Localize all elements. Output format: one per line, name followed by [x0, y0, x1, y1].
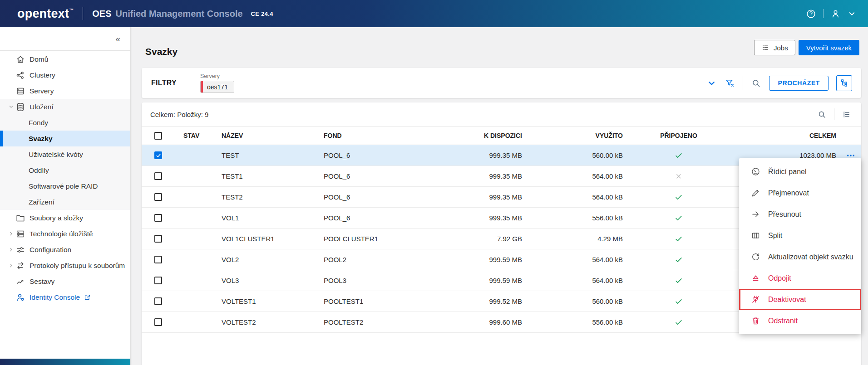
- filter-bar: FILTRY Servery oes171 PROCHÁZET: [142, 68, 861, 98]
- row-checkbox[interactable]: [154, 172, 162, 180]
- filters-label: FILTRY: [151, 79, 177, 87]
- chip-accent-bar: [201, 81, 203, 92]
- menu-item-label: Řídicí panel: [768, 168, 807, 176]
- row-checkbox[interactable]: [154, 193, 162, 201]
- menu-item-label: Odpojit: [768, 274, 791, 282]
- sidebar-item-configuration[interactable]: Configuration: [0, 242, 130, 258]
- column-header-6[interactable]: CELKEM: [731, 132, 840, 139]
- column-header-5[interactable]: PŘIPOJENO: [626, 132, 731, 139]
- column-header-0[interactable]: STAV: [178, 132, 216, 139]
- mounted-check-icon: [674, 318, 683, 327]
- used-value: 556.00 kB: [526, 318, 626, 326]
- sidebar-item-ulozeni[interactable]: Uložení: [0, 99, 130, 115]
- used-value: 4.29 MB: [526, 235, 626, 243]
- sidebar-item-oddily[interactable]: Oddíly: [0, 162, 130, 178]
- header-actions: [806, 9, 856, 19]
- mounted-cell: [626, 193, 731, 202]
- sidebar-collapse-button[interactable]: «: [115, 34, 120, 43]
- sidebar-item-domu[interactable]: Domů: [0, 51, 130, 67]
- column-header-1[interactable]: NÁZEV: [216, 132, 321, 139]
- row-checkbox-cell: [142, 151, 178, 159]
- column-settings-icon[interactable]: [842, 110, 851, 119]
- sidebar-item-servery[interactable]: Servery: [0, 83, 130, 99]
- mounted-cell: [626, 318, 731, 327]
- expand-filters-chevron-icon[interactable]: [706, 78, 717, 88]
- status-cell: [178, 172, 216, 180]
- sidebar-item-fondy[interactable]: Fondy: [0, 115, 130, 131]
- tree-view-button[interactable]: [836, 75, 852, 91]
- column-header-2[interactable]: FOND: [321, 132, 429, 139]
- table-toolbar: Celkem: Položky: 9: [142, 102, 861, 127]
- mounted-cell: [626, 172, 731, 181]
- row-checkbox[interactable]: [154, 318, 162, 326]
- sidebar-item-technologie-uloziste[interactable]: Technologie úložiště: [0, 226, 130, 242]
- row-checkbox-cell: [142, 318, 178, 326]
- page-title: Svazky: [145, 46, 178, 57]
- row-checkbox[interactable]: [154, 297, 162, 305]
- row-checkbox[interactable]: [154, 151, 162, 159]
- chevron-right-icon: [6, 246, 15, 253]
- mounted-cell: [626, 234, 731, 243]
- used-value: 564.00 kB: [526, 172, 626, 180]
- table-search-icon[interactable]: [817, 110, 827, 119]
- row-checkbox-cell: [142, 214, 178, 222]
- volume-name: VOL1CLUSTER1: [216, 235, 321, 243]
- menu-item-aktualizovat-objekt-svazku[interactable]: Aktualizovat objekt svazku: [739, 246, 861, 268]
- select-all-checkbox[interactable]: [154, 132, 162, 140]
- sidebar-item-label: Technologie úložiště: [30, 230, 93, 238]
- total-items-summary: Celkem: Položky: 9: [150, 111, 208, 118]
- sidebar-item-soubory-a-slozky[interactable]: Soubory a složky: [0, 210, 130, 226]
- mounted-cell: [626, 214, 731, 223]
- row-checkbox[interactable]: [154, 235, 162, 243]
- jobs-button[interactable]: Jobs: [754, 40, 795, 55]
- column-header-3[interactable]: K DISPOZICI: [429, 132, 526, 139]
- search-icon[interactable]: [751, 78, 761, 88]
- sidebar-item-sestavy[interactable]: Sestavy: [0, 273, 130, 289]
- chevron-spacer: [6, 72, 15, 79]
- menu-item-odpojit[interactable]: Odpojit: [739, 268, 861, 289]
- sidebar-item-label: Svazky: [29, 135, 53, 143]
- sidebar-item-softwarove-pole-raid[interactable]: Softwarové pole RAID: [0, 178, 130, 194]
- sidebar-item-clustery[interactable]: Clustery: [0, 67, 130, 83]
- sidebar-item-protokoly-pristupu-k-souborum[interactable]: Protokoly přístupu k souborům: [0, 258, 130, 273]
- sidebar-item-uzivatelske-kvoty[interactable]: Uživatelské kvóty: [0, 146, 130, 162]
- row-checkbox[interactable]: [154, 256, 162, 263]
- menu-item-deaktivovat[interactable]: Deaktivovat: [739, 289, 861, 310]
- server-icon: [15, 86, 25, 96]
- menu-item-presunout[interactable]: Přesunout: [739, 204, 861, 225]
- chevron-down-icon[interactable]: [848, 10, 856, 18]
- menu-item-label: Aktualizovat objekt svazku: [768, 253, 853, 261]
- user-icon[interactable]: [830, 9, 841, 19]
- app-header: opentext™ OES Unified Management Console…: [0, 0, 868, 27]
- clear-filter-icon[interactable]: [725, 78, 735, 88]
- menu-item-prejmenovat[interactable]: Přejmenovat: [739, 182, 861, 204]
- pool-name: POOL_6: [321, 214, 429, 222]
- row-checkbox[interactable]: [154, 277, 162, 284]
- filter-chip-oes171[interactable]: oes171: [200, 81, 234, 93]
- browse-button[interactable]: PROCHÁZET: [769, 76, 829, 91]
- used-value: 564.00 kB: [526, 277, 626, 284]
- status-cell: [178, 193, 216, 201]
- create-volume-button[interactable]: Vytvořit svazek: [799, 40, 859, 55]
- available-value: 7.92 GB: [429, 235, 526, 243]
- opentext-logo: opentext™: [17, 7, 74, 21]
- menu-item-odstranit[interactable]: Odstranit: [739, 310, 861, 331]
- file-access-icon: [15, 261, 25, 271]
- status-cell: [178, 297, 216, 305]
- sidebar-item-identity-console[interactable]: Identity Console: [0, 289, 130, 305]
- chip-label: oes171: [207, 83, 228, 91]
- used-value: 564.00 kB: [526, 256, 626, 263]
- row-context-menu: Řídicí panelPřejmenovatPřesunoutSplitAkt…: [739, 158, 861, 334]
- menu-item-split[interactable]: Split: [739, 225, 861, 246]
- sidebar-item-zarizeni[interactable]: Zařízení: [0, 194, 130, 210]
- sidebar-item-svazky[interactable]: Svazky: [0, 131, 130, 146]
- row-checkbox[interactable]: [154, 214, 162, 222]
- column-header-4[interactable]: VYUŽITO: [526, 132, 626, 139]
- available-value: 999.35 MB: [429, 151, 526, 159]
- pool-name: POOL_6: [321, 172, 429, 180]
- page-head: Svazky Jobs Vytvořit svazek: [142, 27, 861, 68]
- header-checkbox-cell: [142, 132, 178, 140]
- header-vertical-divider: [823, 9, 824, 18]
- help-icon[interactable]: [806, 9, 816, 19]
- menu-item-ridici-panel[interactable]: Řídicí panel: [739, 161, 861, 182]
